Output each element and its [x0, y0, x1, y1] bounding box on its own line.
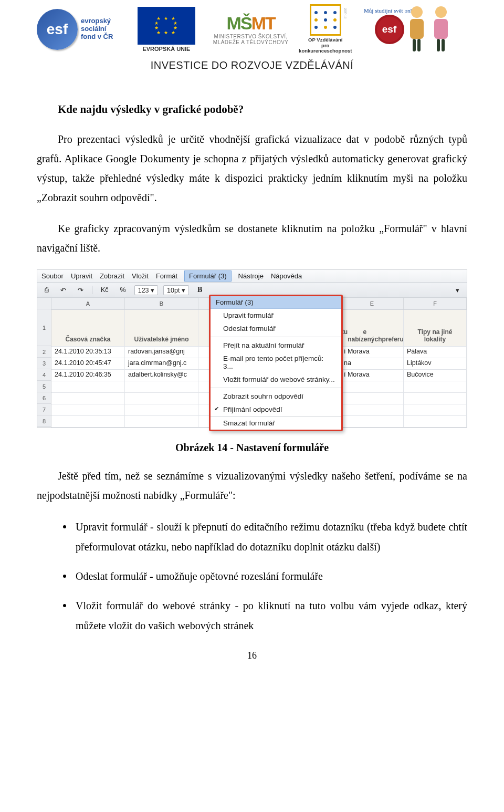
menu-upravit[interactable]: Upravit	[71, 272, 92, 280]
menu-soubor[interactable]: Soubor	[41, 272, 64, 280]
esf-circle-icon: esf	[37, 9, 78, 50]
cell[interactable]: radovan.jansa@gnj	[125, 347, 198, 358]
dropdown-header[interactable]: Formulář (3)	[211, 296, 341, 309]
percent-button[interactable]: %	[117, 285, 129, 295]
eu-flag-logo: ★ ★ ★★ ★★ ★★ ★ ★ EVROPSKÁ UNIE	[130, 7, 203, 52]
list-item: Odeslat formulář - umožňuje opětovné roz…	[60, 566, 467, 586]
redo-icon[interactable]: ↷	[75, 285, 87, 295]
header-cell-timestamp[interactable]: Časová značka	[51, 310, 125, 347]
studijni-svet-logo: Můj studijní svět online esf	[360, 6, 467, 53]
menu-napoveda[interactable]: Nápověda	[271, 272, 302, 280]
msmt-line2: MLÁDEŽE A TĚLOVÝCHOVY	[211, 39, 291, 45]
menubar: Soubor Upravit Zobrazit Vložit Formát Fo…	[37, 270, 467, 283]
row-header-3[interactable]: 3	[37, 358, 51, 369]
row-header-8[interactable]: 8	[37, 415, 51, 427]
section-heading: Kde najdu výsledky v grafické podobě?	[37, 103, 467, 116]
cell[interactable]: 24.1.2010 20:45:47	[51, 358, 125, 370]
menu-vlozit[interactable]: Vložit	[132, 272, 149, 280]
dropdown-separator	[211, 337, 341, 337]
header-cell-tips[interactable]: Tipy na jiné lokality	[404, 310, 467, 347]
row-header-7[interactable]: 7	[37, 404, 51, 415]
cell[interactable]: í Morava	[341, 347, 404, 358]
cell[interactable]: 24.1.2010 20:46:35	[51, 370, 125, 381]
dd-prejit-na-formular[interactable]: Přejít na aktuální formulář	[211, 339, 341, 352]
list-item: Vložit formulář do webové stránky - po k…	[60, 596, 467, 636]
menu-nastroje[interactable]: Nástroje	[238, 272, 264, 280]
col-header-b[interactable]: B	[125, 298, 198, 309]
cell[interactable]: na	[341, 358, 404, 370]
undo-icon[interactable]: ↶	[57, 285, 69, 295]
cell[interactable]: Liptákov	[404, 358, 467, 370]
corner-cell	[37, 298, 51, 309]
eu-caption: EVROPSKÁ UNIE	[142, 46, 190, 52]
figure-caption: Obrázek 14 - Nastavení formuláře	[37, 442, 467, 454]
dd-vlozit-do-webu[interactable]: Vložit formulář do webové stránky...	[211, 373, 341, 386]
dropdown-separator	[211, 388, 341, 388]
menu-zobrazit[interactable]: Zobrazit	[100, 272, 124, 280]
cell[interactable]: í Morava	[341, 370, 404, 381]
paragraph-1: Pro prezentaci výsledků je určitě vhodně…	[37, 130, 467, 207]
menu-formular[interactable]: Formulář (3)	[184, 270, 232, 282]
row-header-2[interactable]: 2	[37, 346, 51, 358]
number-format-dropdown[interactable]: 123 ▾	[134, 285, 158, 295]
col-header-f[interactable]: F	[404, 298, 467, 309]
header-cell-username[interactable]: Uživatelské jméno	[125, 310, 198, 347]
row-header-1[interactable]: 1	[37, 309, 51, 346]
bullet-list: Upravit formulář - slouží k přepnutí do …	[60, 517, 467, 636]
cell[interactable]: Pálava	[404, 347, 467, 358]
print-icon[interactable]: ⎙	[41, 285, 52, 295]
col-header-a[interactable]: A	[51, 298, 125, 309]
esf-badge-icon: esf	[375, 15, 404, 44]
invest-tagline: INVESTICE DO ROZVOJE VZDĚLÁVÁNÍ	[37, 59, 467, 71]
cartoon-girl-icon	[429, 6, 453, 53]
paragraph-2: Ke graficky zpracovaným výsledkům se dos…	[37, 219, 467, 258]
msmt-mark-icon: MŠMT	[211, 13, 291, 34]
list-item: Upravit formulář - slouží k přepnutí do …	[60, 517, 467, 557]
dd-email-prijemcu[interactable]: E-mail pro tento počet příjemců: 3...	[211, 352, 341, 373]
cell[interactable]: jara.cimrman@gnj.c	[125, 358, 198, 370]
row-headers: 1 2 3 4 5 6 7 8	[37, 298, 51, 428]
eu-flag-icon: ★ ★ ★★ ★★ ★★ ★ ★	[138, 7, 195, 45]
dd-prijimani-odpovedi[interactable]: Přijímání odpovědí	[211, 403, 341, 416]
row-header-5[interactable]: 5	[37, 381, 51, 392]
esf-logo: esf evropskýsociálnífond v ČR	[37, 4, 122, 54]
header-logo-band: esf evropskýsociálnífond v ČR ★ ★ ★★ ★★ …	[37, 0, 467, 57]
menu-format[interactable]: Formát	[156, 272, 177, 280]
row-header-6[interactable]: 6	[37, 392, 51, 404]
msmt-line1: MINISTERSTVO ŠKOLSTVÍ,	[211, 34, 291, 39]
dd-odeslat-formular[interactable]: Odeslat formulář	[211, 322, 341, 335]
dd-smazat-formular[interactable]: Smazat formulář	[211, 416, 341, 430]
esf-text: evropskýsociálnífond v ČR	[81, 17, 113, 41]
op-caption-2: pro konkurenceschopnost	[299, 43, 352, 54]
header-cell-locality[interactable]: kou lokalitu ze nabízenýchpreferujete?	[341, 310, 404, 347]
dd-zobrazit-souhrn[interactable]: Zobrazit souhrn odpovědí	[211, 390, 341, 403]
cell[interactable]: adalbert.kolinsky@c	[125, 370, 198, 381]
paragraph-3: Ještě před tím, než se seznámíme s vizua…	[37, 466, 467, 505]
cartoon-boy-icon	[405, 6, 428, 53]
fontsize-dropdown[interactable]: 10pt ▾	[163, 285, 189, 295]
cell[interactable]: 24.1.2010 20:35:13	[51, 347, 125, 358]
msmt-logo: MŠMT MINISTERSTVO ŠKOLSTVÍ, MLÁDEŽE A TĚ…	[211, 13, 291, 45]
currency-button[interactable]: Kč	[98, 285, 112, 295]
more-dropdown-icon[interactable]: ▾	[453, 285, 463, 295]
dd-upravit-formular[interactable]: Upravit formulář	[211, 309, 341, 322]
row-header-4[interactable]: 4	[37, 369, 51, 381]
page-number: 16	[37, 650, 467, 661]
cell[interactable]: Bučovice	[404, 370, 467, 381]
app-screenshot: Soubor Upravit Zobrazit Vložit Formát Fo…	[37, 269, 467, 428]
op-square-icon: 2007-13	[310, 4, 341, 36]
formular-dropdown: Formulář (3) Upravit formulář Odeslat fo…	[209, 295, 343, 431]
bold-button[interactable]: B	[194, 285, 205, 295]
op-vzdelavani-logo: 2007-13 OP Vzdělávání pro konkurencescho…	[299, 4, 352, 54]
spreadsheet-grid: 1 2 3 4 5 6 7 8 A B E F Časov	[37, 298, 467, 428]
col-header-e[interactable]: E	[341, 298, 404, 309]
